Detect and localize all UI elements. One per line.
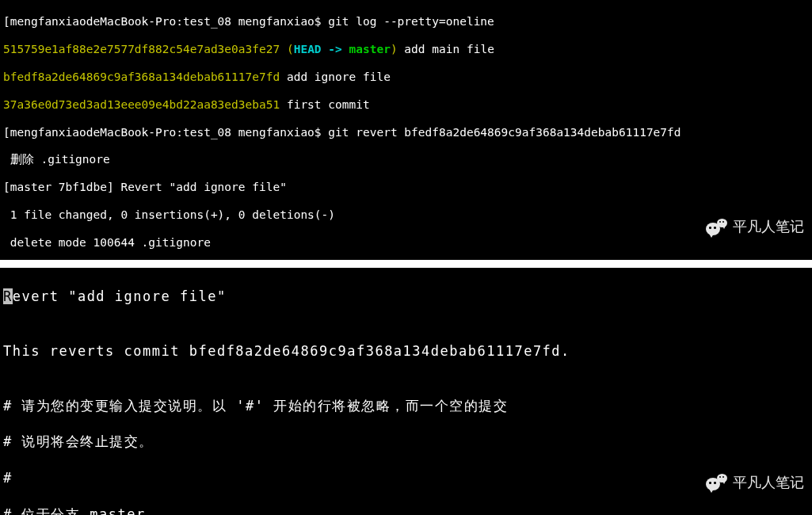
editor-line: # 说明将会终止提交。 [3, 433, 809, 451]
terminal-line: 37a36e0d73ed3ad13eee09e4bd22aa83ed3eba51… [3, 98, 809, 112]
terminal-line: 删除 .gitignore [3, 153, 809, 166]
paren: ) [391, 43, 398, 55]
editor-line: # [3, 469, 809, 487]
watermark-text: 平凡人笔记 [733, 473, 804, 492]
command: git revert bfedf8a2de64869c9af368a134deb… [328, 126, 680, 139]
editor-text: evert "add ignore file" [13, 288, 227, 304]
editor-line: Revert "add ignore file" [3, 288, 809, 306]
prompt: [mengfanxiaodeMacBook-Pro:test_08 mengfa… [3, 15, 328, 28]
terminal-line: bfedf8a2de64869c9af368a134debab61117e7fd… [3, 71, 809, 84]
commit-hash: bfedf8a2de64869c9af368a134debab61117e7fd [3, 71, 280, 83]
watermark: 平凡人笔记 [706, 217, 804, 238]
wechat-icon [706, 472, 730, 493]
terminal-line: 515759e1af88e2e7577df882c54e7ad3e0a3fe27… [3, 43, 809, 56]
cursor: R [3, 288, 13, 304]
terminal-line: [mengfanxiaodeMacBook-Pro:test_08 mengfa… [3, 15, 809, 29]
terminal-line: [mengfanxiaodeMacBook-Pro:test_08 mengfa… [3, 126, 809, 139]
editor-line: # 请为您的变更输入提交说明。以 '#' 开始的行将被忽略，而一个空的提交 [3, 397, 809, 415]
editor-line: # 位于分支 master [3, 505, 809, 515]
commit-msg: add ignore file [280, 71, 391, 83]
commit-hash: 515759e1af88e2e7577df882c54e7ad3e0a3fe27 [3, 43, 280, 55]
commit-msg: add main file [398, 43, 494, 55]
terminal-line: [master 7bf1dbe] Revert "add ignore file… [3, 181, 809, 194]
branch-name: master [349, 43, 391, 55]
head-ref: HEAD -> [294, 43, 349, 55]
editor-line: This reverts commit bfedf8a2de64869c9af3… [3, 342, 809, 360]
watermark-text: 平凡人笔记 [733, 219, 804, 236]
wechat-icon [706, 217, 730, 238]
commit-hash: 37a36e0d73ed3ad13eee09e4bd22aa83ed3eba51 [3, 98, 280, 111]
paren: ( [280, 43, 293, 55]
commit-msg: first commit [280, 98, 370, 111]
prompt: [mengfanxiaodeMacBook-Pro:test_08 mengfa… [3, 126, 328, 139]
terminal-output-1: [mengfanxiaodeMacBook-Pro:test_08 mengfa… [0, 0, 812, 260]
editor-output: Revert "add ignore file" This reverts co… [0, 268, 812, 515]
watermark: 平凡人笔记 [706, 472, 804, 493]
command: git log --pretty=oneline [328, 15, 494, 28]
terminal-line: 1 file changed, 0 insertions(+), 0 delet… [3, 208, 809, 222]
terminal-line: delete mode 100644 .gitignore [3, 236, 809, 250]
